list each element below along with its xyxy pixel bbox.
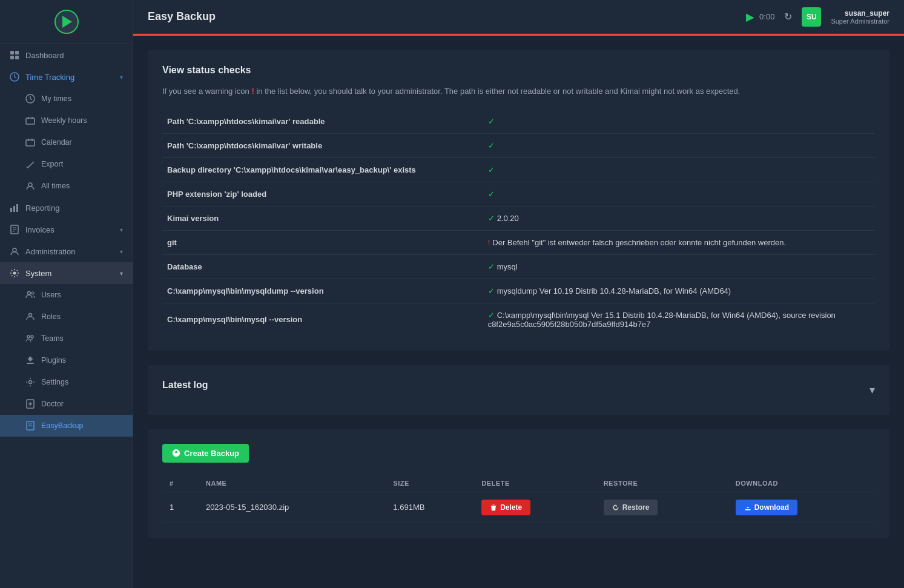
table-row: git!Der Befehl "git" ist entweder falsch… <box>162 230 875 254</box>
status-text: mysql <box>497 262 518 271</box>
sidebar-item-my-times[interactable]: My times <box>0 88 133 110</box>
avatar[interactable]: SU <box>802 7 821 27</box>
restore-icon <box>612 504 619 511</box>
sidebar-item-weekly-hours[interactable]: Weekly hours <box>0 110 133 131</box>
sidebar-plugins-label: Plugins <box>41 356 123 365</box>
easy-backup-icon <box>25 421 35 431</box>
svg-line-9 <box>30 99 32 100</box>
table-row: Path 'C:\xampp\htdocs\kimai\var' writabl… <box>162 133 875 157</box>
delete-icon <box>490 504 497 511</box>
sidebar-item-invoices[interactable]: Invoices ▾ <box>0 219 133 240</box>
refresh-icon[interactable]: ↻ <box>784 11 792 22</box>
system-chevron: ▾ <box>120 270 123 277</box>
col-delete: DELETE <box>474 475 596 492</box>
sidebar-roles-label: Roles <box>41 312 123 321</box>
username: susan_super <box>831 9 889 18</box>
sidebar-item-roles[interactable]: Roles <box>0 306 133 328</box>
download-icon <box>744 504 751 511</box>
backup-name: 2023-05-15_162030.zip <box>199 492 386 523</box>
col-size: SIZE <box>386 475 474 492</box>
sidebar-time-tracking-label: Time Tracking <box>25 73 114 82</box>
check-icon: ✓ <box>488 286 495 296</box>
latest-log-chevron: ▾ <box>869 383 875 397</box>
check-icon: ✓ <box>488 190 495 199</box>
status-desc-text2: in the list below, you should talk to yo… <box>256 87 740 96</box>
check-icon: ✓ <box>488 165 495 174</box>
backup-num: 1 <box>162 492 199 523</box>
clock-icon <box>10 72 19 82</box>
status-label: Backup directory 'C:\xampp\htdocs\kimai\… <box>162 157 483 182</box>
check-icon: ✓ <box>488 214 495 223</box>
sidebar-item-calendar[interactable]: Calendar <box>0 131 133 153</box>
teams-icon <box>25 334 35 343</box>
svg-point-30 <box>31 335 33 338</box>
status-value: ✓C:\xampp\mysql\bin\mysql Ver 15.1 Distr… <box>483 303 875 336</box>
delete-button[interactable]: Delete <box>481 500 530 515</box>
status-label: Kimai version <box>162 206 483 230</box>
logo <box>0 0 133 44</box>
check-icon: ✓ <box>488 117 495 126</box>
user-role: Super Administrator <box>831 18 889 25</box>
status-value: ✓mysqldump Ver 10.19 Distrib 10.4.28-Mar… <box>483 279 875 303</box>
check-icon: ✓ <box>488 262 495 271</box>
table-row: Backup directory 'C:\xampp\htdocs\kimai\… <box>162 157 875 182</box>
svg-rect-18 <box>13 206 15 212</box>
table-row: C:\xampp\mysql\bin\mysql --version✓C:\xa… <box>162 303 875 336</box>
sidebar-item-system[interactable]: System ▾ <box>0 262 133 284</box>
sidebar-item-dashboard[interactable]: Dashboard <box>0 44 133 66</box>
sidebar-item-easy-backup[interactable]: EasyBackup <box>0 415 133 437</box>
page-title: Easy Backup <box>148 10 736 23</box>
table-row: C:\xampp\mysql\bin\mysqldump --version✓m… <box>162 279 875 303</box>
status-desc-text1: If you see a warning icon <box>162 87 249 96</box>
sidebar-item-administration[interactable]: Administration ▾ <box>0 240 133 262</box>
sidebar-item-export[interactable]: Export <box>0 153 133 175</box>
col-download: DOWNLOAD <box>728 475 875 492</box>
col-name: NAME <box>199 475 386 492</box>
sidebar-item-reporting[interactable]: Reporting <box>0 197 133 219</box>
sidebar-easy-backup-label: EasyBackup <box>41 421 123 430</box>
create-backup-button[interactable]: Create Backup <box>162 444 249 463</box>
svg-rect-31 <box>27 363 34 364</box>
invoices-icon <box>10 225 19 234</box>
status-text: C:\xampp\mysql\bin\mysql Ver 15.1 Distri… <box>488 311 836 329</box>
sidebar-weekly-hours-label: Weekly hours <box>41 116 123 125</box>
warn-icon: ! <box>488 238 490 247</box>
svg-rect-13 <box>26 140 35 146</box>
sidebar-item-plugins[interactable]: Plugins <box>0 349 133 371</box>
status-value: ✓ <box>483 157 875 182</box>
status-text: mysqldump Ver 10.19 Distrib 10.4.28-Mari… <box>497 286 731 296</box>
dashboard-icon <box>10 50 19 60</box>
red-accent-line <box>133 34 904 36</box>
backup-size: 1.691MB <box>386 492 474 523</box>
play-icon[interactable]: ▶ <box>746 10 754 24</box>
backup-delete-cell: Delete <box>474 492 596 523</box>
download-button[interactable]: Download <box>736 500 797 515</box>
sidebar-item-users[interactable]: Users <box>0 284 133 306</box>
sidebar-item-teams[interactable]: Teams <box>0 328 133 349</box>
table-row: Path 'C:\xampp\htdocs\kimai\var' readabl… <box>162 110 875 134</box>
sidebar-item-all-times[interactable]: All times <box>0 175 133 197</box>
sidebar-users-label: Users <box>41 291 123 299</box>
sidebar-item-settings[interactable]: Settings <box>0 371 133 393</box>
status-value: ✓2.0.20 <box>483 206 875 230</box>
play-icon <box>62 16 72 28</box>
status-value: !Der Befehl "git" ist entweder falsch ge… <box>483 230 875 254</box>
time-tracking-chevron: ▾ <box>120 74 123 81</box>
sidebar-export-label: Export <box>41 160 123 168</box>
svg-rect-2 <box>10 56 14 59</box>
sidebar-my-times-label: My times <box>41 94 123 103</box>
svg-point-24 <box>13 248 16 252</box>
svg-point-32 <box>29 381 32 384</box>
roles-icon <box>25 312 35 322</box>
latest-log-header[interactable]: Latest log ▾ <box>162 380 875 400</box>
sidebar-item-doctor[interactable]: Doctor <box>0 393 133 415</box>
svg-rect-10 <box>26 118 35 124</box>
backup-icon <box>172 449 180 457</box>
status-text: Der Befehl "git" ist entweder falsch ges… <box>492 238 786 247</box>
svg-rect-0 <box>10 51 14 55</box>
weekly-hours-icon <box>25 116 35 125</box>
backup-table: # NAME SIZE DELETE RESTORE DOWNLOAD 1202… <box>162 475 875 523</box>
restore-button[interactable]: Restore <box>604 500 658 515</box>
status-label: git <box>162 230 483 254</box>
sidebar-item-time-tracking[interactable]: Time Tracking ▾ <box>0 66 133 88</box>
